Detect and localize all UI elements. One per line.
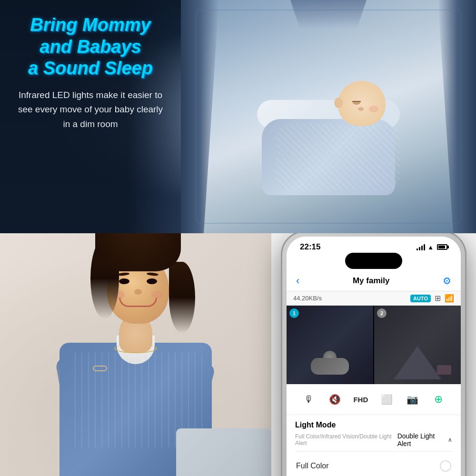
dynamic-island [345,253,402,269]
eye-left [119,278,129,284]
full-color-label: Full Color [296,462,328,470]
quality-button[interactable]: FHD [352,391,369,408]
hair [95,233,181,271]
light-mode-row[interactable]: Full Color/Infrared Vision/Double Light … [287,431,461,451]
cam-number-1: 1 [289,308,299,318]
back-button[interactable]: ‹ [296,275,299,287]
light-option-full-color[interactable]: Full Color [287,452,461,476]
camera-feed-1[interactable]: 1 [287,306,373,384]
bracelet [93,366,107,371]
light-mode-title: Light Mode [295,421,452,429]
crib-frame [195,10,462,224]
controls-row: 🎙 🔇 FHD ⬜ 📷 ⊕ [287,384,461,415]
bottom-section: 22:15 ▲ ‹ [0,233,476,476]
light-mode-subtitle: Full Color/Infrared Vision/Double Light … [295,433,397,446]
cam-toys [437,365,451,375]
necklace [114,344,157,353]
mute-button[interactable]: 🔇 [326,391,343,408]
status-icons: ▲ [416,244,447,251]
signal-bar-4 [424,244,425,250]
headline-line2: and Babays [40,37,141,57]
signal-bar-3 [421,246,423,250]
selected-mode-display[interactable]: Double Light Alert ∧ [397,432,452,447]
status-bar: 22:15 ▲ [287,237,461,255]
phone-device: 22:15 ▲ ‹ [281,233,466,476]
microphone-button[interactable]: 🎙 [300,391,317,408]
cam-room [379,315,456,379]
top-section: Bring Mommy and Babays a Sound Sleep Inf… [0,0,476,233]
hair-side-right [169,262,195,333]
status-time: 22:15 [300,242,320,252]
signal-bars [416,244,425,250]
battery-fill [438,246,445,248]
full-color-check [440,460,451,472]
text-overlay: Bring Mommy and Babays a Sound Sleep Inf… [0,0,181,233]
wifi-cam-icon[interactable]: 📶 [445,294,454,303]
chevron-up-icon: ∧ [448,436,452,443]
network-speed: 44.20KB/s [293,295,322,302]
layout-icon[interactable]: ⊞ [435,294,441,303]
nav-title: My family [353,276,389,286]
settings-icon[interactable]: ⚙ [443,275,451,287]
cam-baby-figure [311,351,349,375]
wifi-icon: ▲ [427,244,434,251]
signal-bar-2 [419,247,420,250]
cam-baby-body [311,358,349,375]
cam-tent [394,346,441,379]
nose [134,289,142,295]
cheek-right [151,290,163,299]
headline-line3: a Sound Sleep [28,58,153,78]
eye-right [147,278,157,284]
camera-grid: 1 2 [287,306,461,384]
feeds-bar: 44.20KB/s AUTO ⊞ 📶 [287,291,461,306]
ptz-button[interactable]: ⊕ [430,391,447,408]
nav-bar: ‹ My family ⚙ [287,271,461,291]
headline: Bring Mommy and Babays a Sound Sleep [14,14,167,79]
couch-background [176,428,271,476]
record-button[interactable]: ⬜ [378,391,395,408]
crib-container [181,0,476,233]
battery-icon [437,244,447,250]
subtext: Infrared LED lights make it easier to se… [14,88,167,131]
snapshot-button[interactable]: 📷 [404,391,421,408]
woman-photo [0,233,271,476]
eyebrow-left [118,272,129,276]
feed-controls: AUTO ⊞ 📶 [410,294,454,303]
light-mode-header: Light Mode [287,415,461,431]
selected-mode-label: Double Light Alert [397,432,446,447]
phone-screen: 22:15 ▲ ‹ [287,237,461,476]
signal-bar-1 [416,248,418,250]
eyebrow-right [147,272,159,276]
camera-feed-2[interactable]: 2 [374,306,461,384]
headline-text: Bring Mommy [30,15,150,35]
smile [119,298,157,307]
auto-badge[interactable]: AUTO [410,295,431,302]
